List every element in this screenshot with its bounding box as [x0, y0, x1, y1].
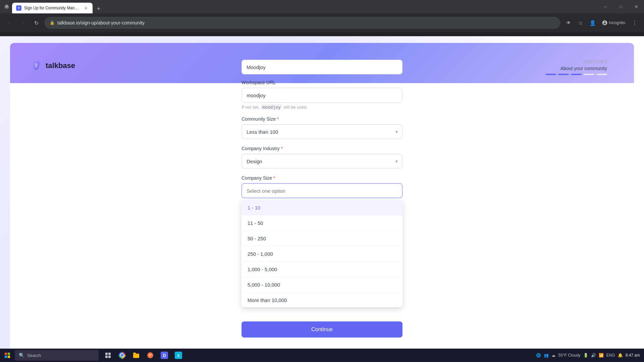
community-size-label: Community Size *: [241, 116, 402, 122]
forward-button[interactable]: →: [17, 17, 28, 28]
svg-rect-6: [108, 353, 111, 355]
active-tab[interactable]: T Sign Up for Community Manag... ✕: [12, 3, 93, 13]
community-name-input[interactable]: [241, 60, 402, 74]
network-icon2: 📶: [599, 353, 604, 358]
dropdown-item-1-10[interactable]: 1 - 10: [241, 200, 402, 216]
tab-favicon: T: [16, 5, 21, 11]
taskbar-search-label: Search: [27, 353, 41, 358]
weather-icon: ☁: [551, 353, 555, 358]
notification-icon: 🔔: [618, 353, 623, 358]
system-icons: 🌐 👥 ☁ 55°F Cloudy 🔋 🔊 📶 ENG 🔔: [536, 353, 623, 358]
maximize-button[interactable]: □: [613, 0, 629, 13]
step-dot-1: [545, 74, 556, 75]
company-size-required: *: [273, 175, 275, 181]
taskbar-app-5[interactable]: S: [172, 349, 185, 362]
logo-area: talkbase: [30, 60, 75, 72]
svg-point-11: [121, 354, 123, 357]
page-wrapper: talkbase STEP 3 OF 5 About your communit…: [0, 36, 644, 362]
taskbar-apps: P D S: [99, 349, 188, 362]
company-size-dropdown: 1 - 10 11 - 50 50 - 250 250 - 1,000 1,00: [241, 200, 402, 308]
svg-rect-13: [133, 353, 136, 354]
workspace-url-field: Workspace URL If not set, moodjoy will b…: [241, 80, 402, 110]
logo-text: talkbase: [46, 61, 75, 70]
profile-icon[interactable]: [3, 3, 11, 11]
svg-rect-1: [5, 353, 7, 355]
lock-icon: 🔒: [50, 20, 55, 25]
menu-button[interactable]: ⋮: [629, 17, 640, 28]
svg-rect-3: [5, 356, 7, 358]
community-name-field: [241, 60, 402, 74]
minimize-button[interactable]: ─: [598, 0, 613, 13]
workspace-url-helper: If not set, moodjoy will be used.: [241, 105, 402, 110]
workspace-url-input[interactable]: [241, 88, 402, 103]
step-dots: [545, 74, 607, 75]
svg-rect-12: [133, 354, 139, 358]
svg-rect-4: [8, 356, 10, 358]
window-controls: ─ □ ✕: [598, 0, 644, 13]
company-size-container: 1 - 10 11 - 50 50 - 250 250 - 1,000 1,00: [241, 183, 402, 198]
dropdown-item-50-250[interactable]: 50 - 250: [241, 231, 402, 246]
taskbar-app-3[interactable]: P: [144, 349, 157, 362]
address-bar[interactable]: 🔒 talkbase.io/sign-up/about-your-communi…: [44, 17, 560, 29]
dropdown-item-more-10000[interactable]: More than 10,000: [241, 293, 402, 308]
svg-text:P: P: [149, 354, 152, 357]
dropdown-item-5000-10000[interactable]: 5,000 - 10,000: [241, 277, 402, 293]
company-industry-field: Company Industry * Design ▾: [241, 146, 402, 169]
bookmark-button[interactable]: ☆: [575, 17, 586, 28]
taskbar-app-4[interactable]: D: [158, 349, 171, 362]
clock-time: 8:47 am: [626, 353, 640, 358]
search-icon: 🔍: [19, 353, 24, 358]
company-industry-required: *: [281, 146, 283, 151]
start-button[interactable]: [0, 349, 15, 362]
back-button[interactable]: ←: [4, 17, 15, 28]
taskbar: 🔍 Search: [0, 349, 644, 362]
browser-titlebar: T Sign Up for Community Manag... ✕ + ─ □…: [0, 0, 644, 13]
browser-chrome: T Sign Up for Community Manag... ✕ + ─ □…: [0, 0, 644, 36]
new-tab-button[interactable]: +: [94, 4, 103, 13]
url-text: talkbase.io/sign-up/about-your-community: [57, 20, 145, 25]
dropdown-item-11-50[interactable]: 11 - 50: [241, 216, 402, 231]
taskbar-app-task-view[interactable]: [101, 349, 115, 362]
continue-button[interactable]: Continue: [241, 321, 402, 338]
step-dot-5: [596, 74, 607, 75]
refresh-button[interactable]: ↻: [31, 17, 42, 28]
taskbar-app-file-explorer[interactable]: [129, 349, 143, 362]
svg-rect-8: [108, 356, 111, 358]
dropdown-item-250-1000[interactable]: 250 - 1,000: [241, 246, 402, 262]
incognito-badge: Incognito: [599, 19, 628, 27]
community-size-select-wrapper: Less than 100 ▾: [241, 124, 402, 139]
clock[interactable]: 8:47 am: [626, 353, 640, 358]
tab-strip: T Sign Up for Community Manag... ✕ +: [12, 0, 103, 13]
company-industry-select-wrapper: Design ▾: [241, 154, 402, 169]
svg-rect-2: [8, 353, 10, 355]
community-size-field: Community Size * Less than 100 ▾: [241, 116, 402, 139]
svg-rect-5: [105, 353, 108, 355]
tab-title: Sign Up for Community Manag...: [24, 6, 80, 10]
nav-actions: 👁 ☆ 👤 Incognito ⋮: [563, 17, 640, 28]
taskbar-right: 🌐 👥 ☁ 55°F Cloudy 🔋 🔊 📶 ENG 🔔 8:47 am: [532, 353, 644, 358]
company-size-input[interactable]: [241, 183, 402, 198]
step-label: STEP 3 OF 5: [545, 60, 607, 64]
tab-close-button[interactable]: ✕: [83, 5, 89, 11]
language-label: ENG: [606, 353, 615, 358]
community-size-required: *: [277, 116, 279, 122]
profile-button[interactable]: 👤: [587, 17, 598, 28]
network-icon: 🌐: [536, 353, 541, 358]
weather-temp: 55°F Cloudy: [558, 353, 580, 358]
form-container: Workspace URL If not set, moodjoy will b…: [241, 80, 402, 338]
company-industry-select[interactable]: Design: [241, 154, 402, 169]
workspace-url-label: Workspace URL: [241, 80, 402, 85]
step-dot-4: [584, 74, 594, 75]
dropdown-item-1000-5000[interactable]: 1,000 - 5,000: [241, 262, 402, 277]
step-indicator: STEP 3 OF 5 About your community: [545, 60, 607, 75]
step-title: About your community: [545, 66, 607, 71]
eye-slash-icon[interactable]: 👁: [563, 17, 574, 28]
step-dot-2: [558, 74, 569, 75]
taskbar-app-chrome[interactable]: [115, 349, 129, 362]
close-button[interactable]: ✕: [629, 0, 644, 13]
company-industry-label: Company Industry *: [241, 146, 402, 151]
svg-rect-7: [105, 356, 108, 358]
taskbar-search-bar[interactable]: 🔍 Search: [15, 350, 99, 361]
community-size-select[interactable]: Less than 100: [241, 124, 402, 139]
logo-icon: [30, 60, 42, 72]
